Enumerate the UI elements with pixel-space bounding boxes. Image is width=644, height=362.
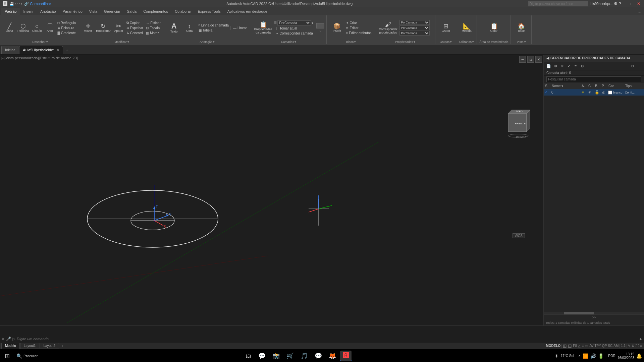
start-button[interactable]: ⊞ — [2, 351, 12, 361]
viewcube[interactable]: FRENTE TOPO DIREITA — [503, 108, 533, 139]
tool-tomar-atual[interactable]: ⋮Tomar atual — [274, 26, 314, 31]
close-button[interactable]: ✕ — [636, 1, 641, 6]
delete-layer-btn[interactable]: ✕ — [559, 63, 565, 69]
new-layer-btn[interactable]: 📄 — [546, 63, 552, 69]
tool-polilinha[interactable]: ⬡ Polilinha — [16, 22, 30, 33]
tool-concord[interactable]: ↳Concord — [125, 31, 144, 35]
tool-corresponder-propriedades[interactable]: 🖌 Corresponderpropriedades — [378, 18, 399, 38]
settings-icon[interactable]: ⚙ — [614, 1, 618, 6]
tool-copiar[interactable]: ⧉Copiar — [125, 20, 144, 25]
osnap-btn[interactable]: ⊙ — [582, 344, 584, 348]
bloco-chevron-icon[interactable]: ▾ — [354, 40, 356, 44]
tool-matriz[interactable]: ▦Matriz — [145, 31, 162, 35]
polar-btn[interactable]: △ — [578, 344, 581, 348]
tab-layout1[interactable]: Layout1 — [20, 343, 40, 349]
taskbar-autocad[interactable]: 🅰 — [340, 351, 352, 361]
col-print[interactable]: P. — [600, 84, 607, 88]
col-status[interactable]: S. — [544, 84, 550, 88]
viewport[interactable]: [-][Vista personalizada][Estrutura de ar… — [0, 55, 543, 325]
tpy-btn[interactable]: TPY — [594, 344, 601, 348]
tab-inserir[interactable]: Inserir — [20, 8, 37, 15]
search-button[interactable]: 🔍 Procurar — [14, 351, 40, 361]
col-on[interactable]: A. — [580, 84, 587, 88]
layer-lock-icon[interactable]: 🔓 — [595, 90, 599, 95]
otrack-btn[interactable]: ∞ — [585, 344, 588, 348]
linetype-selector[interactable]: PorCamada — [399, 20, 430, 25]
tab-active-doc[interactable]: Aula5Hiperboloide* ✕ — [19, 46, 63, 54]
tab-iniciar[interactable]: Iniciar — [1, 46, 18, 54]
taskbar-store[interactable]: 🛒 — [284, 351, 297, 361]
tool-gradiente[interactable]: ▓Gradiente — [57, 31, 77, 35]
layer-select-chevron[interactable]: ▾ — [312, 21, 313, 25]
minimize-button[interactable]: ─ — [623, 1, 628, 6]
collapse-layer-panel[interactable]: ◀ — [546, 56, 549, 60]
layer-scrollbar[interactable] — [544, 312, 644, 314]
viewport-close[interactable]: ✕ — [535, 56, 542, 63]
layer-color-swatch[interactable] — [608, 90, 612, 95]
layer-row-0[interactable]: ✓ 0 ☀ ☀ 🔓 🖨 branco — [544, 89, 644, 96]
battery-icon[interactable]: 🔋 — [598, 353, 604, 359]
tool-editar-atributos[interactable]: ≡Editar atributos — [345, 31, 372, 35]
tool-arco[interactable]: ⌒ Arco — [44, 22, 56, 33]
tab-complementos[interactable]: Complementos — [140, 8, 171, 15]
tool-cota[interactable]: ↕ Cota — [182, 18, 197, 38]
tool-colar[interactable]: 📋 Colar — [487, 18, 501, 38]
lineweight-selector[interactable]: PorCamada — [399, 25, 430, 30]
tool-linear[interactable]: — Linear — [232, 26, 248, 30]
tool-espelhar[interactable]: ⇔Espelhar — [125, 26, 144, 30]
weather-info[interactable]: 17°C Sol — [561, 354, 574, 358]
keyboard-layout[interactable]: POR — [608, 354, 615, 358]
layer-selector[interactable]: PorCamada — [277, 20, 311, 25]
wcs-label[interactable]: WCS — [513, 233, 525, 238]
col-name[interactable]: Nome ▾ — [550, 84, 580, 88]
tool-retangulo[interactable]: □Retângulo — [57, 21, 77, 25]
grupos-chevron-icon[interactable]: ▾ — [450, 40, 452, 44]
lwt-btn[interactable]: LW — [589, 344, 593, 348]
tab-vista[interactable]: Vista — [86, 8, 101, 15]
fullscreen-btn[interactable]: ⛶ — [636, 344, 639, 348]
camadas-chevron-icon[interactable]: ▾ — [294, 40, 296, 44]
col-linetype[interactable]: Tipo... — [624, 84, 644, 88]
tool-editar-bloco[interactable]: ✏Editar — [345, 26, 372, 30]
tool-rotacionar[interactable]: ↻ Rotacionar — [95, 22, 112, 33]
viewport-minimize[interactable]: ─ — [519, 56, 526, 63]
new-tab-button[interactable]: + — [64, 47, 70, 53]
tool-eclosura[interactable]: ◈Eclosura — [57, 26, 77, 30]
tool-criar-bloco[interactable]: ✦Criar — [345, 21, 372, 25]
layer-print-icon[interactable]: 🖨 — [601, 90, 605, 95]
refresh-layer-btn[interactable]: ↻ — [629, 63, 635, 69]
tab-express[interactable]: Express Tools — [194, 8, 224, 15]
scrollbar-thumb[interactable] — [564, 312, 594, 314]
layer-freeze-icon[interactable]: ☀ — [588, 90, 591, 95]
tool-inserir[interactable]: 📦 Inserir — [329, 18, 344, 38]
help-icon[interactable]: ? — [619, 1, 621, 6]
taskbar-photos[interactable]: 📸 — [270, 351, 282, 361]
command-cancel-icon[interactable]: ✕ — [1, 337, 5, 341]
layer-on-icon[interactable]: ☀ — [581, 90, 585, 95]
tool-linha-chamada[interactable]: ⌑Linha de chamada — [198, 23, 230, 27]
ribbon-options-icon[interactable]: ⋯ — [638, 10, 641, 15]
tab-layout2[interactable]: Layout2 — [40, 343, 59, 349]
taskbar-discord[interactable]: 💬 — [312, 351, 325, 361]
network-icon[interactable]: 📶 — [583, 353, 588, 359]
new-layout-button[interactable]: + — [59, 343, 65, 349]
tool-linha[interactable]: ╱ Linha — [3, 22, 15, 33]
vista-chevron-icon[interactable]: ▾ — [524, 40, 526, 44]
make-current-btn[interactable]: ✓ — [566, 63, 572, 69]
user-account[interactable]: luis99henriqu... — [590, 2, 612, 6]
layer-search-input[interactable] — [546, 76, 641, 82]
layer-options-btn[interactable]: ⋮ — [636, 63, 642, 69]
modificar-chevron-icon[interactable]: ▾ — [127, 40, 129, 44]
tab-padrao[interactable]: Padrão — [1, 8, 20, 15]
color-picker[interactable] — [316, 23, 324, 28]
sc-btn[interactable]: SC — [608, 344, 612, 348]
col-freeze[interactable]: C. — [587, 84, 594, 88]
tool-corresponder-camada[interactable]: ↔Corresponder camada — [274, 31, 314, 36]
tab-aplicativos[interactable]: Aplicativos em destaque — [224, 8, 271, 15]
tool-grupo[interactable]: ⊞ Grupo — [438, 18, 453, 38]
customize-btn[interactable]: ≡ — [640, 344, 642, 348]
command-mic-icon[interactable]: 🎤 — [6, 337, 11, 341]
tab-saida[interactable]: Saída — [123, 8, 140, 15]
maximize-button[interactable]: □ — [629, 1, 635, 6]
close-doc-tab[interactable]: ✕ — [57, 48, 59, 52]
